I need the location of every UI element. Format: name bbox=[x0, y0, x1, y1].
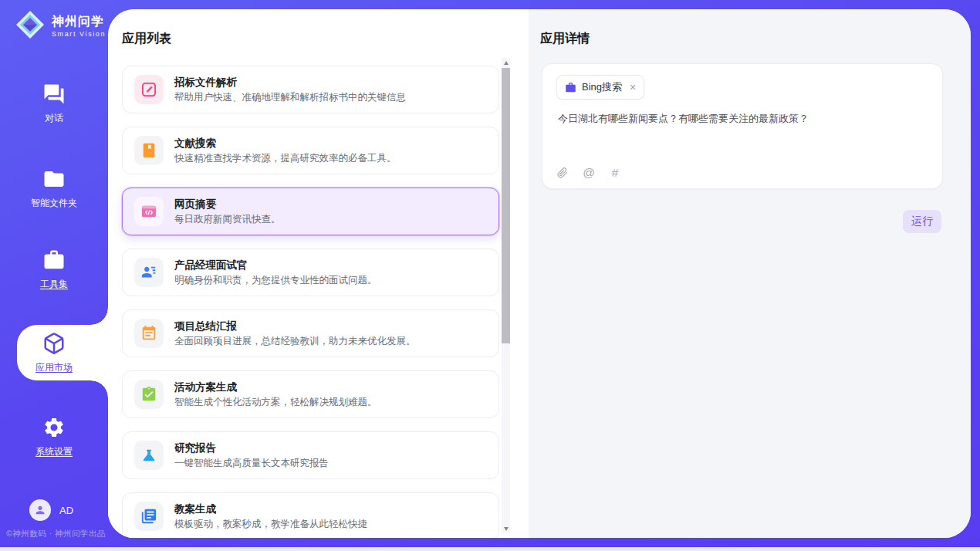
app-description: 全面回顾项目进展，总结经验教训，助力未来优化发展。 bbox=[174, 336, 416, 346]
sidebar: 神州问学 Smart Vision 对话智能文件夹工具集应用市场系统设置 AD … bbox=[0, 0, 108, 547]
prompt-card[interactable]: Bing搜索 × 今日湖北有哪些新闻要点？有哪些需要关注的最新政策？ @# bbox=[542, 63, 943, 189]
lesson-books-icon bbox=[134, 502, 164, 531]
app-name: 教案生成 bbox=[174, 503, 367, 515]
app-card-lesson-books[interactable]: 教案生成模板驱动，教案秒成，教学准备从此轻松快捷 bbox=[122, 492, 499, 538]
toolbox-icon bbox=[42, 248, 66, 272]
hash-icon[interactable]: # bbox=[609, 167, 621, 179]
brand-name: 神州问学 bbox=[52, 15, 106, 29]
query-text[interactable]: 今日湖北有哪些新闻要点？有哪些需要关注的最新政策？ bbox=[558, 112, 928, 126]
copyright-text: ©神州数码 · 神州问学出品 bbox=[6, 529, 108, 539]
sidebar-item-chat[interactable]: 对话 bbox=[0, 83, 108, 125]
paperclip-icon[interactable] bbox=[556, 167, 569, 179]
webpage-summary-icon bbox=[134, 197, 164, 226]
briefcase-icon bbox=[565, 82, 576, 93]
close-icon[interactable]: × bbox=[630, 82, 636, 93]
app-name: 项目总结汇报 bbox=[174, 320, 416, 332]
app-description: 快速精准查找学术资源，提高研究效率的必备工具。 bbox=[174, 153, 397, 164]
sidebar-item-label: 应用市场 bbox=[35, 361, 73, 374]
app-detail-title: 应用详情 bbox=[540, 31, 590, 47]
project-report-calendar-icon bbox=[134, 319, 164, 348]
user-row[interactable]: AD bbox=[29, 499, 73, 521]
app-description: 模板驱动，教案秒成，教学准备从此轻松快捷 bbox=[174, 519, 367, 529]
sidebar-item-label: 工具集 bbox=[40, 278, 68, 291]
app-name: 活动方案生成 bbox=[174, 381, 377, 393]
composer-toolbar: @# bbox=[556, 167, 621, 179]
sidebar-item-label: 对话 bbox=[45, 112, 63, 125]
scrollbar-up-arrow-icon[interactable] bbox=[502, 58, 510, 67]
app-card-interviewer-person[interactable]: 产品经理面试官明确身份和职责，为您提供专业性的面试问题。 bbox=[122, 248, 499, 296]
bid-document-icon bbox=[134, 75, 164, 104]
research-flask-icon bbox=[134, 441, 164, 470]
app-name: 研究报告 bbox=[174, 442, 329, 454]
app-description: 帮助用户快速、准确地理解和解析招标书中的关键信息 bbox=[174, 92, 406, 103]
scrollbar-down-arrow-icon[interactable] bbox=[502, 524, 510, 533]
user-name: AD bbox=[59, 505, 73, 516]
app-list-panel: 应用列表 招标文件解析帮助用户快速、准确地理解和解析招标书中的关键信息文献搜索快… bbox=[108, 9, 529, 538]
sidebar-item-gear[interactable]: 系统设置 bbox=[0, 416, 108, 458]
app-list: 招标文件解析帮助用户快速、准确地理解和解析招标书中的关键信息文献搜索快速精准查找… bbox=[122, 66, 499, 538]
sidebar-item-label: 智能文件夹 bbox=[31, 197, 77, 210]
app-card-literature-book[interactable]: 文献搜索快速精准查找学术资源，提高研究效率的必备工具。 bbox=[122, 127, 499, 174]
run-button[interactable]: 运行 bbox=[903, 210, 941, 233]
diamond-logo-icon bbox=[15, 9, 46, 43]
sidebar-item-app-market-cube[interactable]: 应用市场 bbox=[0, 325, 108, 380]
app-card-event-plan-clipboard[interactable]: 活动方案生成智能生成个性化活动方案，轻松解决规划难题。 bbox=[122, 370, 499, 418]
avatar[interactable] bbox=[29, 499, 51, 521]
app-name: 文献搜索 bbox=[174, 137, 397, 149]
sidebar-item-toolbox[interactable]: 工具集 bbox=[0, 248, 108, 291]
chat-icon bbox=[42, 83, 66, 106]
app-card-bid-document[interactable]: 招标文件解析帮助用户快速、准确地理解和解析招标书中的关键信息 bbox=[122, 66, 499, 113]
sidebar-item-label: 系统设置 bbox=[35, 445, 73, 458]
app-card-research-flask[interactable]: 研究报告一键智能生成高质量长文本研究报告 bbox=[122, 431, 499, 479]
scrollbar-thumb[interactable] bbox=[502, 68, 510, 343]
app-name: 产品经理面试官 bbox=[174, 259, 377, 271]
literature-book-icon bbox=[134, 136, 164, 165]
content-area: 应用列表 招标文件解析帮助用户快速、准确地理解和解析招标书中的关键信息文献搜索快… bbox=[108, 9, 971, 538]
app-card-webpage-summary[interactable]: 网页摘要每日政府新闻资讯快查。 bbox=[122, 188, 499, 235]
folder-icon bbox=[42, 167, 66, 191]
app-market-cube-icon bbox=[42, 332, 66, 355]
brand-logo: 神州问学 Smart Vision bbox=[15, 9, 106, 43]
interviewer-person-icon bbox=[134, 258, 164, 287]
tool-tag-label: Bing搜索 bbox=[582, 80, 622, 94]
app-description: 一键智能生成高质量长文本研究报告 bbox=[174, 458, 329, 468]
scrollbar[interactable] bbox=[502, 58, 510, 533]
app-card-project-report-calendar[interactable]: 项目总结汇报全面回顾项目进展，总结经验教训，助力未来优化发展。 bbox=[122, 309, 499, 357]
brand-subtitle: Smart Vision bbox=[52, 30, 106, 38]
sidebar-item-folder[interactable]: 智能文件夹 bbox=[0, 167, 108, 210]
app-detail-panel: 应用详情 Bing搜索 × 今日湖北有哪些新闻要点？有哪些需要关注的最新政策？ … bbox=[529, 9, 971, 538]
app-name: 招标文件解析 bbox=[174, 76, 406, 88]
event-plan-clipboard-icon bbox=[134, 380, 164, 409]
app-list-title: 应用列表 bbox=[122, 31, 171, 47]
app-description: 明确身份和职责，为您提供专业性的面试问题。 bbox=[174, 275, 377, 286]
tool-tag-bing-search[interactable]: Bing搜索 × bbox=[556, 75, 644, 100]
gear-icon bbox=[42, 416, 66, 439]
mention-at-icon[interactable]: @ bbox=[583, 167, 595, 179]
app-description: 智能生成个性化活动方案，轻松解决规划难题。 bbox=[174, 397, 377, 407]
app-name: 网页摘要 bbox=[174, 198, 281, 210]
app-description: 每日政府新闻资讯快查。 bbox=[174, 214, 281, 225]
